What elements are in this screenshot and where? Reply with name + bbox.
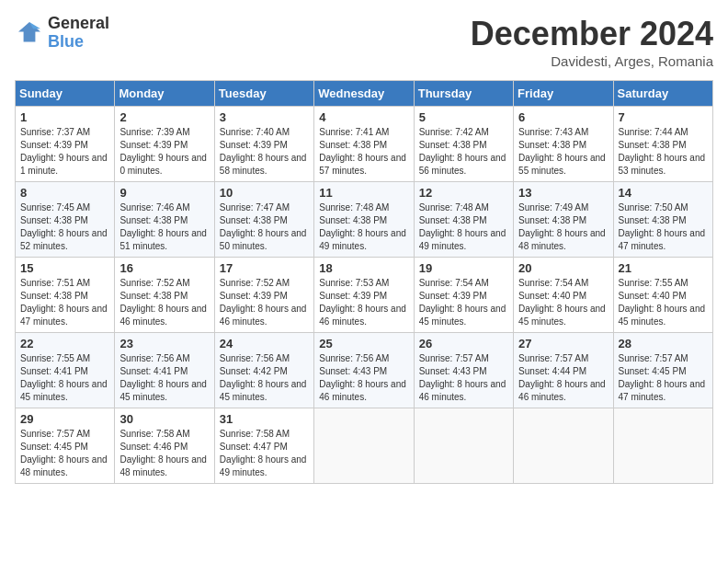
day-number: 28 <box>619 337 708 350</box>
daylight-label: Daylight: 8 hours and 45 minutes. <box>518 304 606 327</box>
sunrise-label: Sunrise: 7:51 AM <box>20 278 90 288</box>
sunset-label: Sunset: 4:46 PM <box>119 442 188 452</box>
day-number: 20 <box>518 261 608 275</box>
calendar-cell: 9 Sunrise: 7:46 AM Sunset: 4:38 PM Dayli… <box>115 182 214 258</box>
day-info: Sunrise: 7:57 AM Sunset: 4:43 PM Dayligh… <box>419 352 508 404</box>
calendar-cell: 23 Sunrise: 7:56 AM Sunset: 4:41 PM Dayl… <box>115 333 214 408</box>
daylight-label: Daylight: 8 hours and 49 minutes. <box>220 454 307 477</box>
daylight-label: Daylight: 8 hours and 45 minutes. <box>220 379 307 402</box>
calendar-week-row: 1 Sunrise: 7:37 AM Sunset: 4:39 PM Dayli… <box>16 107 713 182</box>
calendar-cell: 18 Sunrise: 7:53 AM Sunset: 4:39 PM Dayl… <box>314 258 414 333</box>
sunset-label: Sunset: 4:38 PM <box>319 140 387 150</box>
sunrise-label: Sunrise: 7:56 AM <box>319 353 389 363</box>
sunrise-label: Sunrise: 7:58 AM <box>220 429 290 439</box>
daylight-label: Daylight: 8 hours and 56 minutes. <box>419 153 506 176</box>
sunset-label: Sunset: 4:38 PM <box>619 140 687 150</box>
sunrise-label: Sunrise: 7:44 AM <box>619 127 688 137</box>
day-number: 26 <box>419 337 508 350</box>
day-info: Sunrise: 7:43 AM Sunset: 4:38 PM Dayligh… <box>518 126 608 178</box>
daylight-label: Daylight: 8 hours and 48 minutes. <box>518 228 606 251</box>
daylight-label: Daylight: 8 hours and 46 minutes. <box>419 379 506 402</box>
sunrise-label: Sunrise: 7:37 AM <box>20 127 90 137</box>
sunset-label: Sunset: 4:38 PM <box>20 291 88 301</box>
sunrise-label: Sunrise: 7:52 AM <box>220 278 290 288</box>
daylight-label: Daylight: 8 hours and 46 minutes. <box>319 379 406 402</box>
sunset-label: Sunset: 4:38 PM <box>419 215 487 225</box>
day-info: Sunrise: 7:48 AM Sunset: 4:38 PM Dayligh… <box>319 201 408 253</box>
sunset-label: Sunset: 4:47 PM <box>220 442 288 452</box>
day-number: 17 <box>220 261 309 275</box>
sunset-label: Sunset: 4:38 PM <box>419 140 487 150</box>
calendar-cell: 16 Sunrise: 7:52 AM Sunset: 4:38 PM Dayl… <box>115 258 214 333</box>
day-number: 9 <box>119 186 209 200</box>
weekday-header-friday: Friday <box>514 81 613 107</box>
calendar-cell: 31 Sunrise: 7:58 AM Sunset: 4:47 PM Dayl… <box>214 408 313 484</box>
calendar-cell: 24 Sunrise: 7:56 AM Sunset: 4:42 PM Dayl… <box>214 333 313 408</box>
daylight-label: Daylight: 8 hours and 45 minutes. <box>419 304 506 327</box>
day-number: 11 <box>319 186 408 200</box>
sunrise-label: Sunrise: 7:42 AM <box>419 127 489 137</box>
calendar-week-row: 15 Sunrise: 7:51 AM Sunset: 4:38 PM Dayl… <box>16 258 713 333</box>
sunset-label: Sunset: 4:39 PM <box>20 140 88 150</box>
day-number: 23 <box>119 337 209 350</box>
sunrise-label: Sunrise: 7:41 AM <box>319 127 389 137</box>
weekday-header-saturday: Saturday <box>613 81 712 107</box>
day-info: Sunrise: 7:49 AM Sunset: 4:38 PM Dayligh… <box>518 201 608 253</box>
calendar-cell: 13 Sunrise: 7:49 AM Sunset: 4:38 PM Dayl… <box>514 182 613 258</box>
sunrise-label: Sunrise: 7:56 AM <box>119 353 189 363</box>
calendar-cell <box>613 408 712 484</box>
sunrise-label: Sunrise: 7:55 AM <box>619 278 688 288</box>
day-info: Sunrise: 7:58 AM Sunset: 4:47 PM Dayligh… <box>220 428 309 479</box>
sunset-label: Sunset: 4:40 PM <box>518 291 586 301</box>
day-info: Sunrise: 7:53 AM Sunset: 4:39 PM Dayligh… <box>319 277 408 328</box>
sunset-label: Sunset: 4:41 PM <box>119 366 188 376</box>
daylight-label: Daylight: 8 hours and 46 minutes. <box>119 304 207 327</box>
calendar-cell: 28 Sunrise: 7:57 AM Sunset: 4:45 PM Dayl… <box>613 333 712 408</box>
calendar-cell: 11 Sunrise: 7:48 AM Sunset: 4:38 PM Dayl… <box>314 182 414 258</box>
page-header: General Blue December 2024 Davidesti, Ar… <box>15 15 713 69</box>
sunrise-label: Sunrise: 7:46 AM <box>119 202 189 213</box>
daylight-label: Daylight: 8 hours and 46 minutes. <box>220 304 307 327</box>
logo: General Blue <box>15 15 109 52</box>
calendar-table: SundayMondayTuesdayWednesdayThursdayFrid… <box>15 80 713 484</box>
calendar-cell: 6 Sunrise: 7:43 AM Sunset: 4:38 PM Dayli… <box>514 107 613 182</box>
sunrise-label: Sunrise: 7:54 AM <box>518 278 588 288</box>
calendar-week-row: 8 Sunrise: 7:45 AM Sunset: 4:38 PM Dayli… <box>16 182 713 258</box>
calendar-cell: 26 Sunrise: 7:57 AM Sunset: 4:43 PM Dayl… <box>414 333 513 408</box>
day-number: 6 <box>518 110 608 124</box>
weekday-header-thursday: Thursday <box>414 81 513 107</box>
day-info: Sunrise: 7:58 AM Sunset: 4:46 PM Dayligh… <box>119 428 209 479</box>
title-block: December 2024 Davidesti, Arges, Romania <box>471 15 713 69</box>
weekday-header-tuesday: Tuesday <box>214 81 313 107</box>
sunrise-label: Sunrise: 7:57 AM <box>518 353 588 363</box>
calendar-cell: 5 Sunrise: 7:42 AM Sunset: 4:38 PM Dayli… <box>414 107 513 182</box>
calendar-cell: 10 Sunrise: 7:47 AM Sunset: 4:38 PM Dayl… <box>214 182 313 258</box>
day-number: 25 <box>319 337 408 350</box>
day-number: 10 <box>220 186 309 200</box>
calendar-cell: 7 Sunrise: 7:44 AM Sunset: 4:38 PM Dayli… <box>613 107 712 182</box>
day-number: 7 <box>619 110 708 124</box>
sunrise-label: Sunrise: 7:52 AM <box>119 278 189 288</box>
calendar-week-row: 29 Sunrise: 7:57 AM Sunset: 4:45 PM Dayl… <box>16 408 713 484</box>
sunset-label: Sunset: 4:39 PM <box>419 291 487 301</box>
sunset-label: Sunset: 4:40 PM <box>619 291 687 301</box>
month-year-title: December 2024 <box>471 15 713 53</box>
day-info: Sunrise: 7:56 AM Sunset: 4:42 PM Dayligh… <box>220 352 309 404</box>
calendar-cell <box>414 408 513 484</box>
day-info: Sunrise: 7:57 AM Sunset: 4:45 PM Dayligh… <box>619 352 708 404</box>
sunrise-label: Sunrise: 7:57 AM <box>419 353 489 363</box>
day-number: 29 <box>20 412 109 426</box>
day-number: 30 <box>119 412 209 426</box>
day-number: 12 <box>419 186 508 200</box>
calendar-cell: 14 Sunrise: 7:50 AM Sunset: 4:38 PM Dayl… <box>613 182 712 258</box>
sunset-label: Sunset: 4:42 PM <box>220 366 288 376</box>
daylight-label: Daylight: 8 hours and 49 minutes. <box>319 228 406 251</box>
day-info: Sunrise: 7:51 AM Sunset: 4:38 PM Dayligh… <box>20 277 109 328</box>
daylight-label: Daylight: 8 hours and 55 minutes. <box>518 153 606 176</box>
day-info: Sunrise: 7:37 AM Sunset: 4:39 PM Dayligh… <box>20 126 109 178</box>
sunset-label: Sunset: 4:45 PM <box>619 366 687 376</box>
daylight-label: Daylight: 8 hours and 57 minutes. <box>319 153 406 176</box>
sunset-label: Sunset: 4:44 PM <box>518 366 586 376</box>
day-info: Sunrise: 7:44 AM Sunset: 4:38 PM Dayligh… <box>619 126 708 178</box>
daylight-label: Daylight: 8 hours and 46 minutes. <box>319 304 406 327</box>
